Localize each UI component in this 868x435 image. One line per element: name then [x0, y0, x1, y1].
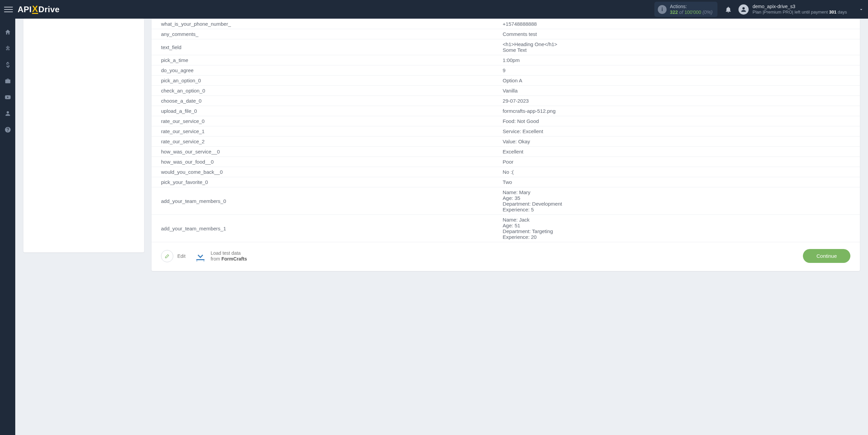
- nav-business[interactable]: [0, 74, 15, 88]
- row-key: choose_a_date_0: [152, 96, 499, 106]
- nav-account[interactable]: [0, 107, 15, 120]
- row-key: rate_our_service_1: [152, 126, 499, 137]
- row-value: Comments test: [499, 29, 860, 39]
- actions-text: Actions: 322 of 100'000 (0%): [670, 4, 713, 15]
- row-value: 1:00pm: [499, 55, 860, 65]
- table-row: text_field<h1>Heading One</h1> Some Text: [152, 39, 860, 55]
- row-key: check_an_option_0: [152, 86, 499, 96]
- edit-button[interactable]: Edit: [161, 250, 185, 262]
- youtube-icon: [4, 94, 11, 101]
- actions-pct: (0%): [703, 9, 713, 15]
- table-row: how_was_our_service__0Excellent: [152, 147, 860, 157]
- user-info: demo_apix-drive_s3 Plan |Premium PRO| le…: [753, 4, 847, 15]
- table-row: how_was_our_food__0Poor: [152, 157, 860, 167]
- table-row: any_comments_Comments test: [152, 29, 860, 39]
- row-value: Name: Jack Age: 51 Department: Targeting…: [499, 215, 860, 242]
- row-value: Food: Not Good: [499, 116, 860, 126]
- app-header: API X Drive i Actions: 322 of 100'000 (0…: [0, 0, 868, 19]
- row-key: pick_a_time: [152, 55, 499, 65]
- table-row: rate_our_service_2Value: Okay: [152, 137, 860, 147]
- menu-toggle-button[interactable]: [4, 5, 13, 14]
- data-table: what_is_your_phone_number_+15748888888an…: [152, 19, 860, 242]
- user-name: demo_apix-drive_s3: [753, 4, 847, 10]
- actions-label: Actions:: [670, 4, 713, 9]
- row-key: how_was_our_food__0: [152, 157, 499, 167]
- row-key: rate_our_service_2: [152, 137, 499, 147]
- row-key: text_field: [152, 39, 499, 55]
- actions-used: 322: [670, 9, 678, 15]
- row-value: Option A: [499, 76, 860, 86]
- content-area: what_is_your_phone_number_+15748888888an…: [15, 19, 868, 435]
- row-value: Excellent: [499, 147, 860, 157]
- logo-part-drive: Drive: [38, 5, 60, 14]
- notifications-button[interactable]: [724, 5, 732, 14]
- home-icon: [4, 29, 11, 36]
- action-row: Edit Load test data from FormCrafts Cont…: [152, 242, 860, 264]
- table-row: pick_your_favorite_0Two: [152, 177, 860, 187]
- user-menu[interactable]: demo_apix-drive_s3 Plan |Premium PRO| le…: [738, 4, 864, 15]
- table-row: would_you_come_back__0No :(: [152, 167, 860, 177]
- row-value: <h1>Heading One</h1> Some Text: [499, 39, 860, 55]
- row-value: Poor: [499, 157, 860, 167]
- row-key: pick_an_option_0: [152, 76, 499, 86]
- actions-limit: 100'000: [685, 9, 701, 15]
- load-text: Load test data from FormCrafts: [211, 250, 247, 262]
- row-key: what_is_your_phone_number_: [152, 19, 499, 29]
- dollar-icon: [4, 61, 11, 68]
- row-value: +15748888888: [499, 19, 860, 29]
- row-value: No :(: [499, 167, 860, 177]
- logo-part-api: API: [18, 5, 32, 14]
- row-key: do_you_agree: [152, 65, 499, 76]
- row-key: upload_a_file_0: [152, 106, 499, 116]
- sitemap-icon: [4, 45, 11, 52]
- row-value: formcrafts-app-512.png: [499, 106, 860, 116]
- info-icon: i: [658, 5, 667, 14]
- row-key: would_you_come_back__0: [152, 167, 499, 177]
- pencil-icon: [161, 250, 173, 262]
- actions-of: of: [679, 9, 683, 15]
- row-value: 9: [499, 65, 860, 76]
- chevron-down-icon: [859, 7, 864, 12]
- edit-label: Edit: [177, 253, 185, 259]
- table-row: add_your_team_members_1Name: Jack Age: 5…: [152, 215, 860, 242]
- nav-video[interactable]: [0, 90, 15, 104]
- table-row: what_is_your_phone_number_+15748888888: [152, 19, 860, 29]
- help-icon: [4, 126, 11, 133]
- user-plan-line: Plan |Premium PRO| left until payment 30…: [753, 9, 847, 15]
- side-panel: [23, 19, 144, 252]
- table-row: pick_a_time1:00pm: [152, 55, 860, 65]
- avatar-icon: [738, 4, 749, 15]
- table-row: rate_our_service_1Service: Excellent: [152, 126, 860, 137]
- nav-home[interactable]: [0, 25, 15, 39]
- row-value: Service: Excellent: [499, 126, 860, 137]
- row-key: add_your_team_members_0: [152, 187, 499, 215]
- user-icon: [4, 110, 11, 117]
- logo-part-x: X: [32, 4, 38, 14]
- row-value: Two: [499, 177, 860, 187]
- row-value: Value: Okay: [499, 137, 860, 147]
- nav-connections[interactable]: [0, 42, 15, 55]
- left-sidebar: [0, 19, 15, 435]
- nav-help[interactable]: [0, 123, 15, 137]
- row-key: pick_your_favorite_0: [152, 177, 499, 187]
- actions-counter[interactable]: i Actions: 322 of 100'000 (0%): [654, 2, 717, 17]
- table-row: check_an_option_0Vanilla: [152, 86, 860, 96]
- logo[interactable]: API X Drive: [18, 4, 60, 15]
- table-row: do_you_agree9: [152, 65, 860, 76]
- main-panel: what_is_your_phone_number_+15748888888an…: [152, 19, 860, 271]
- load-line1: Load test data: [211, 250, 247, 256]
- row-key: how_was_our_service__0: [152, 147, 499, 157]
- table-row: upload_a_file_0formcrafts-app-512.png: [152, 106, 860, 116]
- table-row: add_your_team_members_0Name: Mary Age: 3…: [152, 187, 860, 215]
- continue-button[interactable]: Continue: [803, 249, 850, 263]
- row-key: rate_our_service_0: [152, 116, 499, 126]
- load-test-data-button[interactable]: Load test data from FormCrafts: [194, 250, 247, 262]
- row-value: 29-07-2023: [499, 96, 860, 106]
- bell-icon: [725, 6, 732, 13]
- nav-billing[interactable]: [0, 58, 15, 71]
- row-key: any_comments_: [152, 29, 499, 39]
- briefcase-icon: [4, 78, 11, 84]
- row-key: add_your_team_members_1: [152, 215, 499, 242]
- load-line2: from FormCrafts: [211, 256, 247, 262]
- table-row: choose_a_date_029-07-2023: [152, 96, 860, 106]
